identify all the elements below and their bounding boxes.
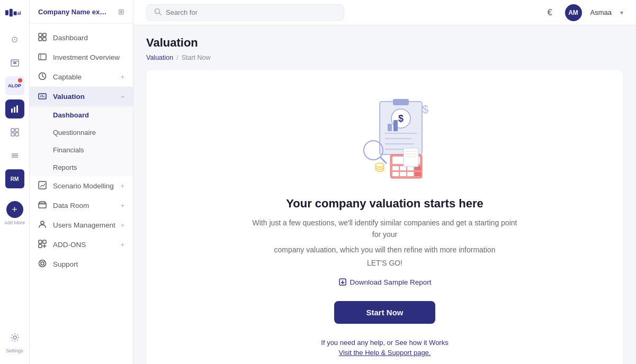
addons-expand-icon: +	[121, 241, 124, 249]
svg-line-46	[159, 13, 162, 15]
users-icon	[38, 220, 48, 230]
val-reports-label: Reports	[53, 163, 77, 171]
svg-rect-10	[16, 105, 18, 113]
investment-label: Investment Overview	[53, 53, 120, 61]
svg-rect-34	[39, 203, 46, 208]
sidebar-item-valuation[interactable]: Valuation −	[30, 87, 133, 106]
rail-icon-table[interactable]	[5, 146, 24, 165]
svg-line-44	[40, 265, 41, 266]
svg-rect-13	[11, 133, 14, 136]
search-input[interactable]	[166, 8, 336, 16]
valuation-submenu: Dashboard Questionnaire Financials Repor…	[30, 106, 133, 176]
company-name: Company Name exam...	[38, 8, 107, 16]
svg-rect-1	[9, 9, 12, 16]
svg-rect-69	[415, 172, 421, 176]
valuation-illustration: $ $	[332, 91, 438, 186]
sidebar-item-scenario-modelling[interactable]: Scenario Modelling +	[30, 176, 133, 196]
svg-rect-21	[39, 38, 42, 41]
username: Asmaa	[590, 8, 612, 16]
company-icon: ⊞	[118, 7, 124, 16]
add-more-label: Add More	[4, 220, 25, 225]
svg-line-33	[43, 184, 45, 186]
captable-expand-icon: +	[121, 74, 124, 81]
company-selector[interactable]: Company Name exam... ⊞	[30, 0, 133, 24]
sidebar-item-users-management[interactable]: Users Management +	[30, 215, 133, 235]
currency-selector[interactable]: €	[543, 6, 557, 20]
dataroom-icon	[38, 201, 48, 211]
rail-icon-home[interactable]: ⊙	[5, 30, 24, 49]
breadcrumb-current: Start Now	[182, 54, 211, 61]
download-sample-report-link[interactable]: Download Sample Report	[338, 278, 432, 286]
users-expand-icon: +	[121, 222, 124, 229]
sidebar-subitem-val-financials[interactable]: Financials	[30, 141, 133, 159]
download-link-text: Download Sample Report	[350, 278, 432, 286]
sidebar-item-dashboard[interactable]: Dashboard	[30, 28, 133, 48]
rail-icon-grid[interactable]	[5, 123, 24, 142]
svg-rect-62	[392, 166, 399, 170]
sidebar-subitem-val-reports[interactable]: Reports	[30, 159, 133, 176]
svg-rect-66	[392, 172, 399, 176]
rail-icon-rm[interactable]: RM	[5, 169, 24, 188]
valuation-heading: Your company valuation starts here	[286, 197, 483, 211]
dashboard-label: Dashboard	[53, 34, 88, 42]
sidebar-item-captable[interactable]: Captable +	[30, 67, 133, 87]
svg-text:$: $	[398, 113, 403, 124]
svg-point-76	[375, 163, 384, 167]
sidebar: Company Name exam... ⊞ Dashboard Investm…	[30, 0, 133, 364]
settings-icon[interactable]	[5, 328, 24, 347]
sidebar-item-investment-overview[interactable]: Investment Overview	[30, 48, 133, 67]
valuation-collapse-icon: −	[121, 93, 124, 101]
avatar: AM	[565, 4, 582, 21]
scenario-label: Scenario Modelling	[53, 182, 114, 190]
valuation-lets-go: LET'S GO!	[367, 259, 402, 267]
user-menu-chevron[interactable]: ▾	[620, 9, 623, 16]
sidebar-item-support[interactable]: Support	[30, 254, 133, 274]
dataroom-expand-icon: +	[121, 202, 124, 210]
sidebar-subitem-val-questionnaire[interactable]: Questionnaire	[30, 124, 133, 141]
svg-rect-20	[43, 33, 46, 37]
search-icon	[154, 8, 162, 17]
svg-rect-70	[404, 148, 418, 167]
svg-line-42	[43, 265, 45, 266]
dataroom-label: Data Room	[53, 202, 89, 210]
sidebar-item-data-room[interactable]: Data Room +	[30, 196, 133, 215]
breadcrumb: Valuation / Start Now	[146, 54, 623, 61]
svg-rect-38	[39, 244, 42, 248]
svg-rect-11	[11, 129, 14, 132]
page-title: Valuation	[146, 36, 623, 50]
svg-rect-14	[15, 133, 19, 136]
investment-icon	[38, 52, 48, 62]
svg-rect-23	[39, 54, 46, 60]
search-box[interactable]	[146, 4, 344, 21]
add-more-button[interactable]: +	[6, 201, 23, 218]
svg-point-35	[41, 221, 44, 224]
valuation-desc-line2: company valuation, which you will then r…	[274, 244, 496, 256]
svg-rect-0	[5, 10, 8, 15]
svg-rect-9	[14, 107, 15, 113]
addons-label: ADD-ONS	[53, 241, 86, 249]
support-icon	[38, 259, 48, 269]
start-now-button[interactable]: Start Now	[334, 301, 435, 324]
captable-icon	[38, 72, 48, 82]
dashboard-icon	[38, 33, 48, 43]
val-questionnaire-label: Questionnaire	[53, 129, 96, 136]
svg-line-41	[40, 261, 41, 262]
sidebar-item-addons[interactable]: ADD-ONS +	[30, 235, 133, 254]
breadcrumb-parent[interactable]: Valuation	[146, 54, 173, 61]
rail-icon-chart[interactable]	[5, 99, 24, 119]
rail-icon-building[interactable]	[5, 53, 24, 72]
help-support-link[interactable]: Visit the Help & Support page.	[339, 349, 431, 357]
users-label: Users Management	[53, 221, 115, 229]
rail-icon-alop[interactable]: ALOP	[5, 76, 24, 95]
svg-rect-37	[43, 240, 46, 243]
scenario-icon	[38, 181, 48, 191]
breadcrumb-separator: /	[176, 54, 178, 61]
svg-text:al: al	[17, 11, 21, 16]
svg-rect-8	[11, 108, 13, 113]
val-financials-label: Financials	[53, 146, 84, 154]
support-label: Support	[53, 260, 78, 268]
svg-rect-55	[388, 124, 392, 131]
topbar: € AM Asmaa ▾	[133, 0, 636, 25]
val-dashboard-label: Dashboard	[53, 111, 89, 119]
sidebar-subitem-val-dashboard[interactable]: Dashboard	[30, 106, 133, 124]
